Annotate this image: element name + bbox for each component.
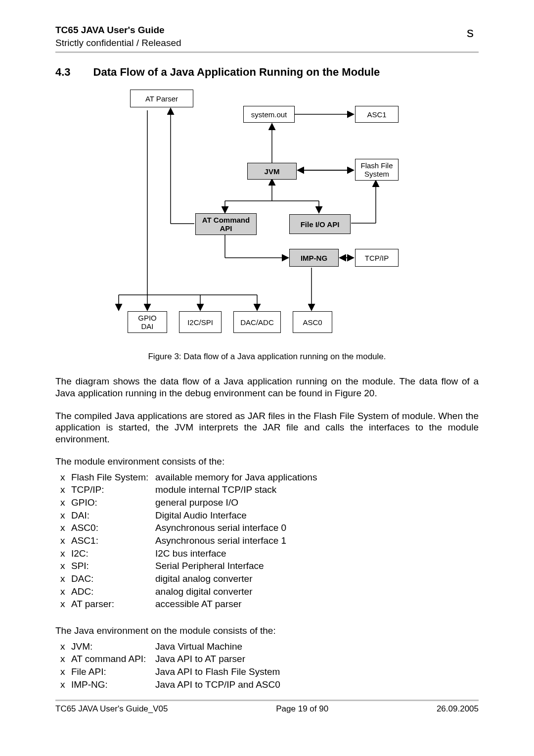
description: I2C bus interface xyxy=(155,547,479,560)
description: Java API to TCP/IP and ASC0 xyxy=(155,678,479,691)
list-item: xI2C:I2C bus interface xyxy=(60,547,479,560)
bullet: x xyxy=(60,560,71,572)
list-item: xASC1:Asynchronous serial interface 1 xyxy=(60,534,479,547)
bullet: x xyxy=(60,547,71,560)
description: Asynchronous serial interface 1 xyxy=(155,534,479,547)
term: SPI: xyxy=(71,560,155,572)
bullet: x xyxy=(60,665,71,678)
list-item: xAT command API:Java API to AT parser xyxy=(60,653,479,665)
bullet: x xyxy=(60,678,71,691)
term: DAI: xyxy=(71,509,155,522)
diagram-box-at-parser: AT Parser xyxy=(130,90,193,107)
list-item: xFlash File System:available memory for … xyxy=(60,471,479,484)
description: Java API to AT parser xyxy=(155,653,479,665)
bullet: x xyxy=(60,585,71,598)
bullet: x xyxy=(60,572,71,585)
list-item: xJVM:Java Virtual Machine xyxy=(60,640,479,653)
description: Serial Peripheral Interface xyxy=(155,560,479,572)
diagram-box-i2c-spi: I2C/SPI xyxy=(179,311,222,333)
doc-subtitle: Strictly confidential / Released xyxy=(55,38,181,48)
term: TCP/IP: xyxy=(71,483,155,496)
list-item: xSPI:Serial Peripheral Interface xyxy=(60,560,479,572)
bullet: x xyxy=(60,471,71,484)
java-env-intro: The Java environment on the module consi… xyxy=(55,625,479,636)
bullet: x xyxy=(60,598,71,611)
list-item: xIMP-NG:Java API to TCP/IP and ASC0 xyxy=(60,678,479,691)
description: Asynchronous serial interface 0 xyxy=(155,521,479,534)
diagram-box-system-out: system.out xyxy=(243,106,295,123)
term: DAC: xyxy=(71,572,155,585)
diagram-box-dac-adc: DAC/ADC xyxy=(233,311,281,333)
list-item: xDAI:Digital Audio Interface xyxy=(60,509,479,522)
body-paragraph-2: The compiled Java applications are store… xyxy=(55,410,479,445)
page-footer: TC65 JAVA User's Guide_V05 Page 19 of 90… xyxy=(55,704,479,714)
footer-center: Page 19 of 90 xyxy=(276,704,328,714)
diagram-box-asc0: ASC0 xyxy=(293,311,332,333)
section-title: Data Flow of a Java Application Running … xyxy=(93,66,380,79)
term: GPIO: xyxy=(71,496,155,509)
term: ASC1: xyxy=(71,534,155,547)
diagram-arrows xyxy=(94,90,440,347)
term: ADC: xyxy=(71,585,155,598)
list-item: xFile API:Java API to Flash File System xyxy=(60,665,479,678)
description: Digital Audio Interface xyxy=(155,509,479,522)
term: JVM: xyxy=(71,640,155,653)
description: available memory for Java applications xyxy=(155,471,479,484)
bullet: x xyxy=(60,534,71,547)
bullet: x xyxy=(60,653,71,665)
bullet: x xyxy=(60,521,71,534)
bullet: x xyxy=(60,640,71,653)
term: ASC0: xyxy=(71,521,155,534)
term: File API: xyxy=(71,665,155,678)
bullet: x xyxy=(60,496,71,509)
term: AT command API: xyxy=(71,653,155,665)
term: IMP-NG: xyxy=(71,678,155,691)
list-item: xTCP/IP:module internal TCP/IP stack xyxy=(60,483,479,496)
term: Flash File System: xyxy=(71,471,155,484)
description: module internal TCP/IP stack xyxy=(155,483,479,496)
header-divider xyxy=(55,51,479,53)
diagram-box-file-io-api: File I/O API xyxy=(289,214,351,234)
term: AT parser: xyxy=(71,598,155,611)
bullet: x xyxy=(60,483,71,496)
bullet: x xyxy=(60,509,71,522)
diagram-box-at-cmd-api: AT Command API xyxy=(195,213,257,235)
footer-divider xyxy=(55,700,479,701)
description: analog digital converter xyxy=(155,585,479,598)
list-item: xASC0:Asynchronous serial interface 0 xyxy=(60,521,479,534)
header-mark: s xyxy=(467,25,479,41)
list-item: xGPIO:general purpose I/O xyxy=(60,496,479,509)
diagram-box-gpio-dai: GPIO DAI xyxy=(128,311,167,333)
footer-right: 26.09.2005 xyxy=(437,704,479,714)
list-item: xDAC:digital analog converter xyxy=(60,572,479,585)
diagram-box-jvm: JVM xyxy=(247,163,297,180)
diagram-box-asc1: ASC1 xyxy=(355,106,399,123)
body-paragraph-1: The diagram shows the data flow of a Jav… xyxy=(55,376,479,399)
description: Java Virtual Machine xyxy=(155,640,479,653)
diagram-box-ffs: Flash File System xyxy=(355,159,399,181)
term: I2C: xyxy=(71,547,155,560)
diagram-box-imp-ng: IMP-NG xyxy=(289,249,339,267)
list-item: xADC:analog digital converter xyxy=(60,585,479,598)
description: general purpose I/O xyxy=(155,496,479,509)
section-number: 4.3 xyxy=(55,66,71,79)
section-heading: 4.3 Data Flow of a Java Application Runn… xyxy=(55,66,479,79)
module-env-intro: The module environment consists of the: xyxy=(55,456,479,467)
description: accessible AT parser xyxy=(155,598,479,611)
description: Java API to Flash File System xyxy=(155,665,479,678)
description: digital analog converter xyxy=(155,572,479,585)
page-header: TC65 JAVA User's Guide Strictly confiden… xyxy=(55,25,479,51)
figure-caption: Figure 3: Data flow of a Java applicatio… xyxy=(55,352,479,362)
footer-left: TC65 JAVA User's Guide_V05 xyxy=(55,704,168,714)
java-env-list: xJVM:Java Virtual MachinexAT command API… xyxy=(55,640,479,691)
data-flow-diagram: AT Parser system.out ASC1 JVM Flash File… xyxy=(94,90,440,347)
list-item: xAT parser:accessible AT parser xyxy=(60,598,479,611)
diagram-box-tcpip: TCP/IP xyxy=(355,249,399,267)
doc-title: TC65 JAVA User's Guide xyxy=(55,25,181,36)
module-env-list: xFlash File System:available memory for … xyxy=(55,471,479,611)
